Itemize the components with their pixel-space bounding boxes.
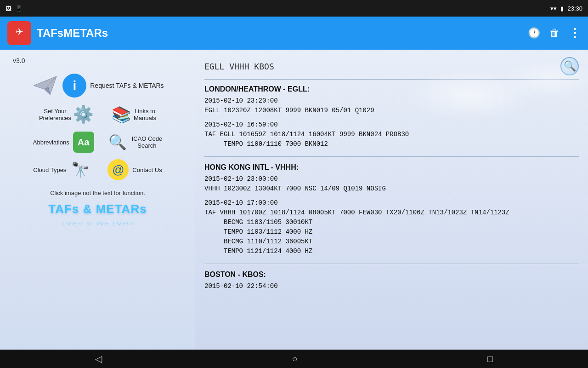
metar-block: 2015-02-10 17:00:00TAF VHHH 101700Z 1018…	[204, 198, 579, 256]
sidebar: v3.0 i Request TAFs & METARs Set Your Pr…	[0, 50, 195, 350]
version-label: v3.0	[13, 57, 25, 64]
email-icon[interactable]: @	[107, 159, 129, 180]
android-icon: 📱	[15, 5, 23, 12]
request-row: i Request TAFs & METARs	[4, 74, 192, 98]
gallery-icon: 🖼	[6, 5, 11, 12]
svg-text:✈: ✈	[16, 27, 23, 37]
icao-label: ICAO Code Search	[132, 135, 162, 149]
metar-data: TAF EGLL 101659Z 1018/1124 16004KT 9999 …	[204, 130, 579, 149]
metar-block: 2015-02-10 22:54:00	[204, 282, 579, 291]
battery-icon: ▮	[560, 5, 564, 12]
metar-block: 2015-02-10 23:20:00EGLL 102320Z 12008KT …	[204, 96, 579, 115]
prefs-label: Set Your Preferences	[39, 108, 71, 121]
delete-button[interactable]: 🗑	[549, 27, 560, 39]
airports-container: LONDON/HEATHROW - EGLL:2015-02-10 23:20:…	[204, 85, 579, 291]
wifi-icon: ▾▾	[550, 5, 557, 12]
search-bar: 🔍	[204, 57, 579, 80]
metar-data: EGLL 102320Z 12008KT 9999 BKN019 05/01 Q…	[204, 106, 579, 115]
status-right: ▾▾ ▮ 23:30	[550, 5, 582, 12]
airport-title-london: LONDON/HEATHROW - EGLL:	[204, 85, 579, 93]
request-label: Request TAFs & METARs	[90, 82, 164, 89]
contact-item: @ Contact Us	[107, 159, 162, 180]
contact-label: Contact Us	[132, 167, 162, 173]
metar-block: 2015-02-10 16:59:00TAF EGLL 101659Z 1018…	[204, 120, 579, 149]
cloud-types-label: Cloud Types	[33, 167, 66, 173]
section-divider	[204, 156, 579, 157]
app-title: TAFsMETARs	[37, 27, 108, 40]
airport-section-boston: BOSTON - KBOS:2015-02-10 22:54:00	[204, 270, 579, 291]
abbrev-icao-row: Abbreviations Aa 🔍 ICAO Code Search	[4, 132, 192, 153]
back-button[interactable]: ◁	[95, 353, 102, 364]
click-hint: Click image not the text for function.	[50, 190, 145, 196]
main-area: v3.0 i Request TAFs & METARs Set Your Pr…	[0, 50, 588, 350]
history-button[interactable]: 🕐	[528, 27, 540, 39]
prefs-links-row: Set Your Preferences ⚙️ 📚 Links to Manua…	[4, 104, 192, 125]
home-button[interactable]: ○	[292, 354, 297, 364]
airport-title-boston: BOSTON - KBOS:	[204, 270, 579, 279]
gear-icon[interactable]: ⚙️	[73, 104, 94, 125]
airport-section-london: LONDON/HEATHROW - EGLL:2015-02-10 23:20:…	[204, 85, 579, 149]
icao-item: 🔍 ICAO Code Search	[107, 132, 162, 153]
metar-block: 2015-02-10 23:00:00VHHH 102300Z 13004KT …	[204, 174, 579, 194]
icao-search-icon[interactable]: 🔍	[107, 132, 128, 153]
time-display: 23:30	[567, 5, 582, 12]
more-menu-button[interactable]: ⋮	[569, 26, 581, 40]
status-left: 🖼 📱	[6, 5, 23, 12]
cloud-types-item: Cloud Types 🔭	[33, 159, 91, 180]
search-input[interactable]	[204, 62, 560, 71]
svg-marker-2	[34, 76, 57, 95]
status-bar: 🖼 📱 ▾▾ ▮ 23:30	[0, 0, 588, 17]
metar-data: TAF VHHH 101700Z 1018/1124 08005KT 7000 …	[204, 208, 579, 256]
metar-time: 2015-02-10 16:59:00	[204, 120, 579, 130]
aa-icon[interactable]: Aa	[73, 132, 94, 153]
metar-time: 2015-02-10 22:54:00	[204, 282, 579, 291]
bottom-nav-bar: ◁ ○ □	[0, 350, 588, 368]
metar-time: 2015-02-10 17:00:00	[204, 198, 579, 208]
metar-data: VHHH 102300Z 13004KT 7000 NSC 14/09 Q101…	[204, 184, 579, 194]
app-bar: ✈ TAFsMETARs 🕐 🗑 ⋮	[0, 17, 588, 50]
brand-reflection: TAFs & METARs	[48, 221, 147, 226]
binoculars-icon[interactable]: 🔭	[70, 159, 91, 180]
recents-button[interactable]: □	[487, 354, 493, 364]
preferences-item: Set Your Preferences ⚙️	[39, 104, 94, 125]
cloud-contact-row: Cloud Types 🔭 @ Contact Us	[4, 159, 192, 180]
search-magnifier-button[interactable]: 🔍	[560, 57, 579, 75]
metar-time: 2015-02-10 23:20:00	[204, 96, 579, 106]
app-logo: ✈	[7, 21, 31, 45]
content-area: 🔍 LONDON/HEATHROW - EGLL:2015-02-10 23:2…	[195, 50, 588, 350]
abbrev-label: Abbreviations	[33, 139, 69, 146]
abbreviations-item: Abbreviations Aa	[33, 132, 94, 153]
brand-text: TAFs & METARs	[48, 202, 147, 216]
airport-title-hongkong: HONG KONG INTL - VHHH:	[204, 163, 579, 172]
metar-time: 2015-02-10 23:00:00	[204, 174, 579, 184]
section-divider	[204, 264, 579, 264]
books-icon[interactable]: 📚	[111, 104, 132, 125]
app-bar-left: ✈ TAFsMETARs	[7, 21, 108, 45]
links-label: Links to Manuals	[134, 108, 156, 121]
app-bar-right: 🕐 🗑 ⋮	[528, 26, 581, 40]
paper-plane-icon[interactable]	[31, 74, 59, 97]
info-button[interactable]: i	[62, 74, 86, 98]
airport-section-hongkong: HONG KONG INTL - VHHH:2015-02-10 23:00:0…	[204, 163, 579, 256]
links-item: 📚 Links to Manuals	[111, 104, 156, 125]
